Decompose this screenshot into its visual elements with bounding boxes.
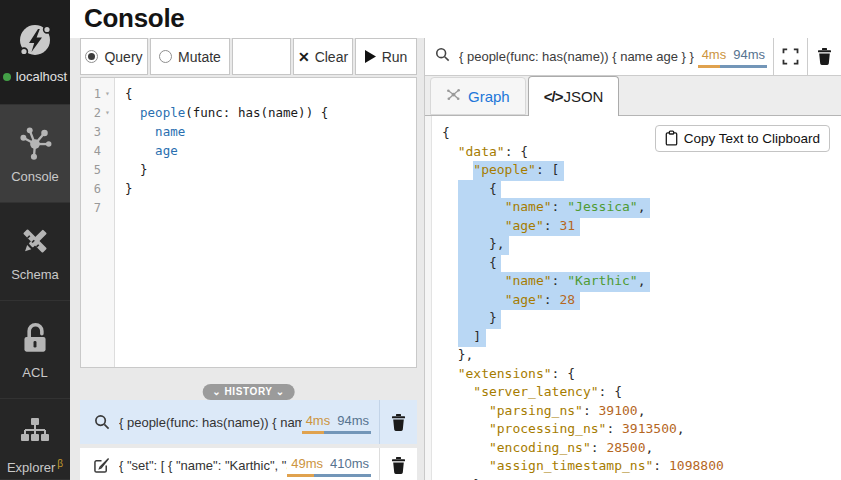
json-line: "assign_timestamp_ns": 1098800 (442, 457, 841, 476)
json-line: }, (442, 346, 841, 365)
server-latency: 49ms (291, 456, 323, 471)
trash-icon (816, 47, 833, 66)
status-dot (3, 73, 11, 81)
delete-result-button[interactable] (807, 38, 841, 75)
code-line: people(func: has(name)) { (125, 103, 416, 122)
server-latency: 4ms (306, 413, 331, 428)
localhost-label: localhost (3, 69, 67, 84)
sidebar-item-acl[interactable]: ACL (0, 301, 70, 399)
radio-unselected-icon[interactable] (159, 50, 172, 63)
editor-toolbar: Query Mutate ✕ Clear Run (80, 38, 417, 75)
code-line: name (125, 122, 416, 141)
sidebar-item-explorer[interactable]: Explorerβ (0, 399, 70, 480)
result-panel: { people(func: has(name)) { name age } }… (424, 38, 841, 480)
total-latency: 94ms (733, 47, 765, 62)
radio-selected-icon[interactable] (85, 50, 98, 63)
mutate-mode-radio[interactable]: Mutate (150, 38, 230, 75)
page-header: Console (70, 0, 841, 38)
json-line: "name": "Karthic", (442, 272, 841, 291)
history-toggle[interactable]: ⌄ HISTORY ⌄ (202, 384, 295, 400)
query-mode-radio[interactable]: Query (80, 38, 148, 75)
page-title: Console (70, 0, 841, 36)
trash-icon (390, 413, 407, 432)
latency-bar (287, 474, 371, 477)
toolbar-spacer (232, 38, 291, 75)
sidebar-item-localhost[interactable]: localhost (0, 0, 70, 105)
json-line: "encoding_ns": 28500, (442, 439, 841, 458)
tab-graph[interactable]: Graph (430, 77, 526, 115)
expand-icon (782, 48, 799, 65)
latency-display: 4ms94ms (698, 45, 767, 68)
fullscreen-button[interactable] (773, 38, 807, 75)
json-line: "server_latency": { (442, 383, 841, 402)
json-response-code[interactable]: { "data": { "people": [ { "name": "Jessi… (432, 116, 841, 480)
code-line: } (125, 179, 416, 198)
acl-lock-icon (16, 320, 54, 358)
clear-button[interactable]: ✕ Clear (293, 38, 353, 75)
json-line: { (442, 180, 841, 199)
run-button[interactable]: Run (355, 38, 417, 75)
latency-bar (302, 431, 371, 434)
server-latency: 4ms (702, 47, 727, 62)
json-result-view: { "data": { "people": [ { "name": "Jessi… (425, 116, 841, 480)
json-line: { (442, 254, 841, 273)
executed-query-text: { people(func: has(name)) { name age } } (459, 49, 694, 64)
latency-bar (698, 65, 767, 68)
sidebar: localhost Console (0, 0, 70, 480)
line-number: 1▾ (81, 84, 114, 103)
dgraph-logo-icon (14, 20, 56, 62)
delete-history-button[interactable] (379, 400, 417, 444)
search-icon (435, 47, 450, 66)
result-query-bar: { people(func: has(name)) { name age } }… (425, 38, 841, 76)
history-item-mutation[interactable]: { "set": [ { "name": "Karthic", "ag… 49m… (80, 448, 417, 480)
fold-marker-icon[interactable]: ▾ (101, 108, 114, 117)
result-tab-bar: Graph </> JSON (425, 76, 841, 116)
clear-x-icon: ✕ (298, 49, 310, 65)
graph-network-icon (446, 87, 461, 105)
beta-badge: β (57, 458, 63, 469)
explorer-label: Explorerβ (7, 458, 63, 475)
fold-marker-icon[interactable]: ▾ (101, 89, 114, 98)
query-editor-panel: Query Mutate ✕ Clear Run 1▾2▾34567 { peo… (80, 38, 417, 480)
code-line: { (125, 84, 416, 103)
edit-pencil-icon (94, 457, 110, 473)
code-brackets-icon: </> (544, 88, 563, 105)
line-number: 6 (81, 179, 114, 198)
json-line: "processing_ns": 3913500, (442, 420, 841, 439)
line-number: 3 (81, 122, 114, 141)
tab-json[interactable]: </> JSON (528, 76, 620, 116)
json-line: }, (442, 235, 841, 254)
search-icon (94, 414, 110, 430)
code-line: } (125, 160, 416, 179)
copy-to-clipboard-button[interactable]: Copy Text to Clipboard (655, 125, 830, 152)
delete-history-button[interactable] (379, 448, 417, 480)
line-number: 4 (81, 141, 114, 160)
run-play-icon (365, 50, 376, 63)
history-mutation-text: { "set": [ { "name": "Karthic", "ag… (119, 458, 287, 473)
trash-icon (390, 456, 407, 475)
code-line (125, 198, 416, 217)
latency-display: 49ms410ms (287, 454, 371, 477)
json-line: ] (442, 328, 841, 347)
line-number: 5 (81, 160, 114, 179)
json-line: "name": "Jessica", (442, 198, 841, 217)
console-label: Console (11, 169, 59, 184)
total-latency: 410ms (330, 456, 369, 471)
json-line: "age": 31 (442, 217, 841, 236)
line-number: 2▾ (81, 103, 114, 122)
query-code-area[interactable]: { people(func: has(name)) { name age }} (115, 78, 416, 367)
console-graph-icon (16, 124, 54, 162)
json-line: "people": [ (442, 161, 841, 180)
code-editor[interactable]: 1▾2▾34567 { people(func: has(name)) { na… (80, 77, 417, 368)
code-line: age (125, 141, 416, 160)
schema-tools-icon (16, 222, 54, 260)
history-item-query[interactable]: { people(func: has(name)) { nam… 4ms94ms (80, 400, 417, 444)
history-query-text: { people(func: has(name)) { nam… (119, 415, 302, 430)
json-line: "extensions": { (442, 365, 841, 384)
explorer-sitemap-icon (15, 411, 55, 451)
sidebar-item-console[interactable]: Console (0, 105, 70, 203)
workspace: Query Mutate ✕ Clear Run 1▾2▾34567 { peo… (70, 38, 841, 480)
line-number: 7 (81, 198, 114, 217)
sidebar-item-schema[interactable]: Schema (0, 203, 70, 301)
total-latency: 94ms (337, 413, 369, 428)
